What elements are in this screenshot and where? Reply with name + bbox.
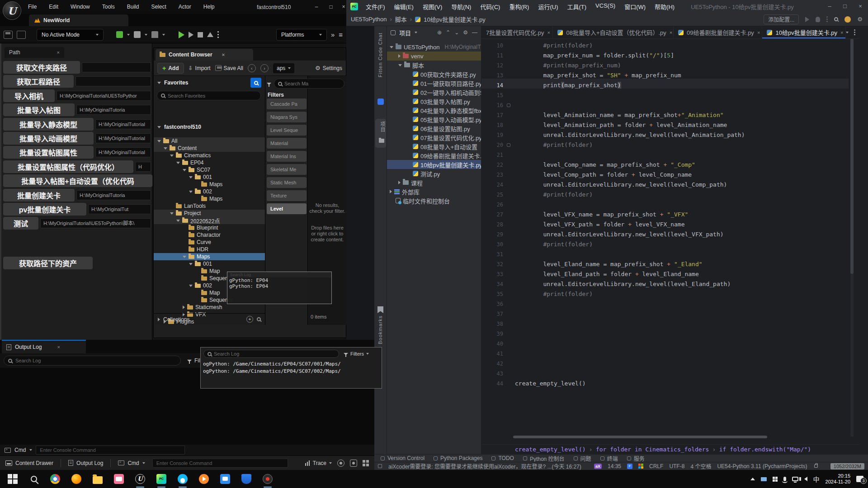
console-command-input[interactable]: Enter Console Command [36,446,185,455]
pc-menu[interactable]: 工具(T) [563,1,590,12]
ue-menu-edit[interactable]: Edit [49,4,58,10]
close-icon[interactable]: × [547,30,550,35]
path-input[interactable]: H:\MyOriginalTutorial [95,133,151,143]
toolwindow-todo[interactable]: TODO [491,455,514,461]
collapse-all-icon[interactable]: ⌄ [454,29,459,36]
favorites-header[interactable]: Favorites [157,80,188,86]
indent-setting[interactable]: 4 个空格 [690,462,711,470]
cb-tree-item[interactable]: Maps [154,253,265,260]
popup-filters-dropdown[interactable]: Filters [344,351,369,357]
project-tree-item[interactable]: UE5ToPythonH:\MyOriginalT [387,42,481,52]
project-tree-item[interactable]: 脚本 [387,61,481,70]
toolwindow-服务[interactable]: 服务 [627,455,645,462]
breadcrumb-item[interactable]: UE5ToPython [351,16,387,23]
context-item[interactable]: create_empty_level() [515,446,586,453]
path-input[interactable]: H:\MyOriginalTutorial\UE5ToPython\脚本\ [40,218,151,228]
pc-menu[interactable]: 代码(C) [476,1,504,12]
path-action-button[interactable]: 批量导入静态模型 [3,118,94,131]
network-icon[interactable] [792,477,798,481]
expand-all-icon[interactable]: ⌃ [446,29,450,36]
aixcoder-icon[interactable]: aX [594,464,602,469]
debug-icon[interactable] [816,17,820,22]
fitten-icon[interactable] [377,99,384,105]
cb-tree-item[interactable]: EP04 [154,159,265,166]
path-input[interactable]: H [135,162,151,172]
more-options-icon[interactable] [217,34,219,35]
log-search-input[interactable]: Search Log [4,356,181,366]
get-assets-button[interactable]: 获取路径下的资产 [3,257,93,269]
fold-marker[interactable] [507,143,510,147]
filter-pill[interactable]: Material Ins [267,151,307,162]
project-tree-item[interactable]: 临时文件和控制台 [387,196,481,205]
cb-tree-item[interactable]: 001 [154,260,265,267]
close-icon[interactable]: × [840,30,843,35]
taskbar-icon-windows[interactable] [3,470,23,488]
content-browser-tab[interactable]: Content Browser × [156,49,253,61]
cb-tree-item[interactable]: Content [154,145,265,152]
path-input[interactable]: H:\MyOriginalTut [88,204,151,214]
taskbar-icon-shield[interactable] [236,470,256,488]
cb-tree-item[interactable]: Charactor [154,231,265,239]
cmd-dropdown[interactable]: Cmd [118,460,145,466]
ue-menu-file[interactable]: File [28,4,37,10]
windows-status-icon[interactable] [638,464,643,469]
project-stripe-tab[interactable]: 项目 [375,119,386,148]
fitten-code-chat-tab[interactable]: Fitten Code Chat [377,33,383,77]
path-input[interactable]: H:\MyOriginalTutoria [76,105,151,115]
horizontal-scrollbar[interactable] [513,436,767,438]
path-input[interactable] [75,76,151,86]
path-panel-tab[interactable]: Path × [5,47,64,58]
clock[interactable]: 20:15 2024-11-20 [826,473,850,485]
path-action-button[interactable]: 批量导入动画模型 [3,132,94,145]
taskbar-icon-tv[interactable] [215,470,235,488]
chevron-down-icon[interactable] [846,32,849,33]
path-action-button[interactable]: 批量设置帖图属性（代码优化） [3,160,133,173]
taskbar-icon-chrome[interactable] [45,470,65,488]
context-item[interactable]: for folder in Cinematics_folders [596,446,709,453]
time-tracker[interactable]: 14:35 [608,463,621,469]
close-icon[interactable]: × [757,30,760,35]
toolwindow-问题[interactable]: 问题 [574,455,591,462]
cb-tree-item[interactable]: Maps [154,181,265,188]
blueprints-icon[interactable] [134,31,141,38]
project-tree-item[interactable]: 00获取文件夹路径.py [387,70,481,79]
context-item[interactable]: if folder.endswith("Map/") [719,446,811,453]
taskbar-icon-pycharm[interactable]: PC [151,470,171,488]
toolwindow-version-control[interactable]: Version Control [381,455,425,461]
chevron-down-icon[interactable] [127,34,130,36]
forward-icon[interactable]: › [260,64,269,72]
usb-icon[interactable] [761,477,767,481]
breadcrumb[interactable]: UE5ToPython›脚本›10给pv批量创建关卡.py [351,15,486,23]
filter-pill[interactable]: Level [267,203,307,214]
cb-tree-item[interactable]: LanTools [154,202,265,210]
ue-menu-build[interactable]: Build [127,4,139,10]
breadcrumb-item[interactable]: 10给pv批量创建关卡.py [424,15,486,23]
line-separator[interactable]: CRLF [649,463,663,469]
project-tree-item[interactable]: venv [387,52,481,61]
pc-menu[interactable]: 视图(V) [419,1,446,12]
path-action-button[interactable]: 测试 [3,217,38,230]
cb-tree-item[interactable]: Project [154,210,265,217]
settings-menu-icon[interactable]: ≡ [339,31,343,38]
close-icon[interactable]: × [222,52,225,57]
cb-tree-item[interactable]: Curve [154,239,265,246]
filter-pill[interactable]: Level Seque [267,125,307,136]
pc-menu[interactable]: VCS(S) [592,1,619,12]
asset-search-input[interactable]: Search Ma [274,79,344,89]
path-action-button[interactable]: 导入相机 [3,89,55,102]
close-icon[interactable]: × [670,30,672,35]
path-action-button[interactable]: 批量设置帖图属性 [3,146,94,159]
capture-icon[interactable] [350,460,357,467]
filter-icon[interactable] [267,83,271,85]
ue-menu-window[interactable]: Window [71,4,90,10]
ue-menu-tools[interactable]: Tools [102,4,115,10]
file-encoding[interactable]: UTF-8 [669,463,684,469]
ue-maximize-button[interactable]: □ [326,2,335,11]
project-tree-item[interactable]: 01一键获取项目路径.py [387,79,481,88]
pycharm-maximize-button[interactable]: □ [837,0,853,13]
path-action-button[interactable]: 批量导入帖图 [3,103,75,116]
output-log-button[interactable]: Output Log [68,460,103,466]
popup-search-input[interactable]: Search Log [203,350,339,358]
breadcrumb[interactable]: aps [273,63,294,73]
project-tree-item[interactable]: 10给pv批量创建关卡.py [387,160,481,169]
